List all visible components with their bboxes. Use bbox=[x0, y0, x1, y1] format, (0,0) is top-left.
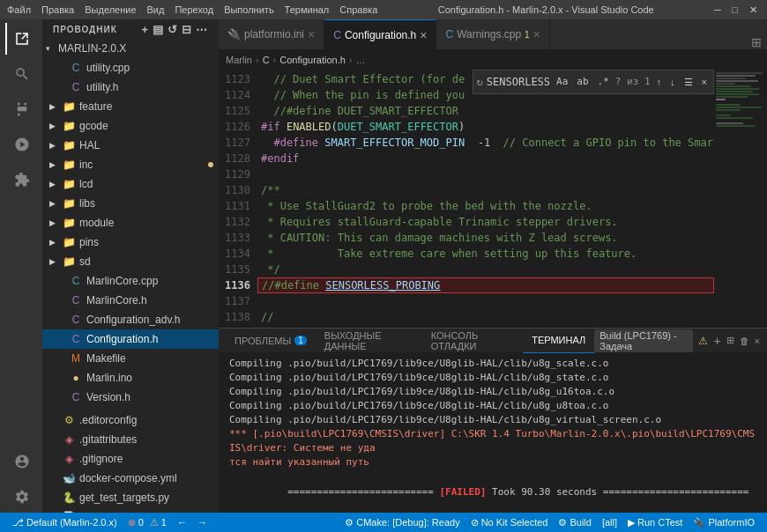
code-area[interactable]: ↻ SENSORLESS Aa ab .* ? из 1 ↑ ↓ ☰ × // … bbox=[257, 70, 714, 328]
split-terminal-button[interactable]: ⊞ bbox=[726, 335, 734, 346]
activity-extensions[interactable] bbox=[5, 164, 37, 196]
close-panel-button[interactable]: × bbox=[755, 336, 760, 346]
sidebar-item-docker[interactable]: 🐋 docker-compose.yml bbox=[42, 469, 219, 488]
tree-label: MarlinCore.cpp bbox=[86, 275, 158, 287]
tab-output[interactable]: ВЫХОДНЫЕ ДАННЫЕ bbox=[316, 329, 422, 353]
file-icon-docker: 🐋 bbox=[62, 471, 76, 485]
menu-view[interactable]: Вид bbox=[147, 4, 165, 15]
sidebar-item-get-test[interactable]: 🐍 get_test_targets.py bbox=[42, 488, 219, 507]
activity-settings[interactable] bbox=[5, 481, 37, 513]
breadcrumb-part[interactable]: C bbox=[263, 55, 270, 65]
cmake-icon: ⚙ bbox=[345, 517, 354, 528]
tab-warnings-cpp[interactable]: C Warnings.cpp 1 × bbox=[436, 19, 549, 49]
sidebar-item-lcd[interactable]: ▶ 📁 lcd bbox=[42, 174, 219, 194]
sidebar-item-version-h[interactable]: C Version.h bbox=[42, 388, 219, 407]
tab-configuration-h[interactable]: C Configuration.h × bbox=[324, 19, 436, 49]
breadcrumb: Marlin › C › Configuration.h › … bbox=[219, 50, 767, 70]
status-nav-prev[interactable]: ← bbox=[172, 513, 192, 532]
menu-run[interactable]: Выполнить bbox=[224, 4, 273, 15]
activity-source-control[interactable] bbox=[5, 93, 37, 125]
sidebar-item-inc[interactable]: ▶ 📁 inc bbox=[42, 155, 219, 174]
status-platformio[interactable]: 🔌 PlatformIO bbox=[688, 513, 760, 532]
sidebar-item-makefile[interactable]: M Makefile bbox=[42, 349, 219, 368]
sidebar-item-utility-h[interactable]: C utility.h bbox=[42, 78, 219, 97]
search-close-button[interactable]: × bbox=[699, 76, 710, 88]
tree-root[interactable]: ▾ MARLIN-2.0.X bbox=[42, 39, 219, 58]
sidebar-item-gcode[interactable]: ▶ 📁 gcode bbox=[42, 116, 219, 136]
sidebar-item-marlincore-cpp[interactable]: C MarlinCore.cpp bbox=[42, 271, 219, 291]
sidebar-item-editorconfig[interactable]: ⚙ .editorconfig bbox=[42, 410, 219, 430]
activity-account[interactable] bbox=[5, 446, 37, 477]
split-editor-icon[interactable]: ⊞ bbox=[751, 35, 762, 49]
search-next-button[interactable]: ↓ bbox=[667, 76, 678, 88]
tab-close-button[interactable]: × bbox=[533, 28, 540, 41]
sidebar-item-gitignore[interactable]: ◈ .gitignore bbox=[42, 449, 219, 469]
breadcrumb-part[interactable]: Marlin bbox=[226, 55, 252, 65]
menu-selection[interactable]: Выделение bbox=[85, 4, 136, 15]
tab-close-button[interactable]: × bbox=[420, 29, 427, 41]
search-regex[interactable]: .* bbox=[595, 73, 612, 91]
new-folder-icon[interactable]: ▤ bbox=[153, 23, 164, 36]
tab-platformio[interactable]: 🔌 platformio.ini × bbox=[219, 19, 324, 49]
activity-debug[interactable] bbox=[5, 129, 37, 160]
menu-file[interactable]: Файл bbox=[7, 4, 31, 15]
menu-terminal[interactable]: Терминал bbox=[285, 4, 330, 15]
status-run-ctest[interactable]: ▶ Run CTest bbox=[622, 513, 688, 532]
status-all[interactable]: [all] bbox=[597, 513, 622, 532]
breadcrumb-sep: › bbox=[349, 55, 353, 65]
terminal-error-line: *** [.pio\build\LPC1769\CMSIS\driver] C:… bbox=[229, 427, 756, 469]
breadcrumb-part[interactable]: Configuration.h bbox=[279, 55, 346, 65]
collapse-icon[interactable]: ⊟ bbox=[182, 23, 192, 36]
sidebar-item-sd[interactable]: ▶ 📁 sd bbox=[42, 252, 219, 271]
add-terminal-button[interactable]: + bbox=[713, 334, 720, 348]
code-line-1132: * Requires stallGuard-capable Trinamic s… bbox=[257, 214, 714, 230]
menu-help[interactable]: Справка bbox=[339, 4, 377, 15]
tree-label: .gitignore bbox=[79, 453, 123, 465]
minimize-button[interactable]: ─ bbox=[714, 4, 725, 15]
tab-terminal[interactable]: ТЕРМИНАЛ bbox=[523, 329, 594, 353]
tree-arrow: ▶ bbox=[49, 218, 62, 227]
activity-search[interactable] bbox=[5, 58, 37, 90]
close-button[interactable]: ✕ bbox=[749, 4, 760, 15]
search-whole-word[interactable]: ab bbox=[574, 73, 591, 91]
sidebar-item-marlincore-h[interactable]: C MarlinCore.h bbox=[42, 291, 219, 310]
breadcrumb-part[interactable]: … bbox=[356, 55, 366, 65]
sidebar-item-HAL[interactable]: ▶ 📁 HAL bbox=[42, 136, 219, 155]
kill-terminal-button[interactable]: 🗑 bbox=[740, 336, 749, 346]
sidebar-item-marlin-ino[interactable]: ● Marlin.ino bbox=[42, 368, 219, 388]
sidebar-item-feature[interactable]: ▶ 📁 feature bbox=[42, 97, 219, 116]
menu-go[interactable]: Переход bbox=[175, 4, 213, 15]
terminal-line: Compiling .pio/build/LPC1769/lib9ce/U8gl… bbox=[229, 371, 756, 385]
status-no-kit[interactable]: ⊘ No Kit Selected bbox=[465, 513, 554, 532]
tab-debug-console[interactable]: КОНСОЛЬ ОТЛАДКИ bbox=[422, 329, 523, 353]
search-prev-button[interactable]: ↑ bbox=[654, 76, 665, 88]
sidebar-item-gitattributes[interactable]: ◈ .gitattributes bbox=[42, 430, 219, 449]
sidebar-item-libs[interactable]: ▶ 📁 libs bbox=[42, 194, 219, 213]
search-match-case[interactable]: Aa bbox=[554, 73, 570, 91]
sidebar-item-utility-cpp[interactable]: C utility.cpp bbox=[42, 58, 219, 78]
more-icon[interactable]: ⋯ bbox=[196, 23, 208, 36]
sidebar-item-module[interactable]: ▶ 📁 module bbox=[42, 213, 219, 233]
status-nav-next[interactable]: → bbox=[192, 513, 212, 532]
status-git-branch[interactable]: ⎇ Default (Marlin-2.0.x) bbox=[7, 513, 123, 532]
sidebar-item-config-h[interactable]: C Configuration.h bbox=[42, 329, 219, 349]
terminal-actions: Build (LPC1769) - Задача ⚠ + ⊞ 🗑 × bbox=[594, 329, 760, 352]
status-errors[interactable]: ⊗ 0 ⚠ 1 bbox=[123, 513, 172, 532]
file-icon-ino: ● bbox=[69, 371, 83, 385]
search-filter-button[interactable]: ☰ bbox=[681, 76, 696, 89]
activity-explorer[interactable] bbox=[5, 23, 37, 55]
sidebar-item-pins[interactable]: ▶ 📁 pins bbox=[42, 233, 219, 252]
build-label: Build bbox=[570, 517, 591, 528]
menu-edit[interactable]: Правка bbox=[41, 4, 74, 15]
tree-label: libs bbox=[79, 197, 95, 210]
status-cmake[interactable]: ⚙ CMake: [Debug]: Ready bbox=[339, 513, 465, 532]
tab-close-button[interactable]: × bbox=[308, 28, 315, 41]
maximize-button[interactable]: □ bbox=[732, 4, 742, 15]
tab-problems[interactable]: ПРОБЛЕМЫ 1 bbox=[226, 329, 316, 353]
file-icon-h: C bbox=[69, 313, 83, 327]
status-build[interactable]: ⚙ Build bbox=[553, 513, 596, 532]
sidebar-item-config-adv[interactable]: C Configuration_adv.h bbox=[42, 310, 219, 329]
refresh-icon[interactable]: ↺ bbox=[168, 23, 178, 36]
terminal-content[interactable]: Compiling .pio/build/LPC1769/lib9ce/U8gl… bbox=[219, 353, 767, 513]
new-file-icon[interactable]: + bbox=[141, 23, 149, 36]
